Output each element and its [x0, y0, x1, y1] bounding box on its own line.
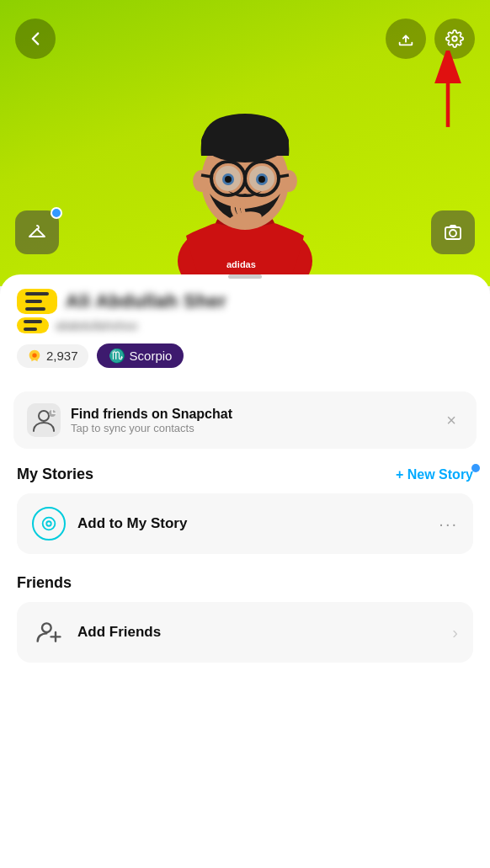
my-story-label: Add to My Story: [77, 515, 427, 532]
red-arrow-indicator: [431, 51, 465, 135]
bitmoji-avatar: adidas: [136, 42, 354, 286]
content-card: Ali Abdullah Sher aliabdullahshoo 2,937: [0, 274, 490, 868]
snap-score[interactable]: 2,937: [17, 344, 88, 368]
svg-point-26: [32, 353, 36, 357]
svg-text:adidas: adidas: [226, 259, 256, 269]
my-stories-header: My Stories + New Story: [17, 466, 473, 483]
new-story-button[interactable]: + New Story: [396, 467, 473, 482]
new-story-dot: [471, 464, 480, 472]
svg-point-9: [193, 170, 210, 192]
badge-lines: [25, 292, 49, 311]
badge-line-5: [24, 327, 37, 331]
badge-line-4: [24, 320, 42, 323]
new-story-label: + New Story: [396, 467, 473, 482]
back-button[interactable]: [15, 19, 56, 59]
drag-handle[interactable]: [228, 274, 262, 279]
username-badge: [17, 289, 57, 314]
badge-line-1: [25, 292, 49, 296]
svg-point-30: [43, 518, 56, 530]
add-friends-card[interactable]: Add Friends ›: [17, 602, 473, 663]
snap-username: aliabdullahshoo: [56, 319, 137, 333]
photo-button[interactable]: [431, 210, 475, 254]
display-name: Ali Abdullah Sher: [66, 290, 226, 312]
zodiac-label: Scorpio: [130, 349, 173, 363]
badge-lines-2: [24, 320, 42, 331]
stats-row: 2,937 ♏ Scorpio: [17, 343, 473, 368]
profile-section: Ali Abdullah Sher aliabdullahshoo 2,937: [0, 285, 490, 381]
svg-line-22: [279, 175, 289, 177]
username-row: Ali Abdullah Sher: [17, 285, 473, 314]
svg-point-32: [42, 623, 51, 632]
svg-point-1: [452, 36, 457, 41]
find-friends-icon: [27, 403, 61, 437]
find-friends-title: Find friends on Snapchat: [71, 407, 429, 422]
zodiac-badge[interactable]: ♏ Scorpio: [97, 343, 184, 368]
upload-button[interactable]: [386, 19, 426, 59]
add-friends-label: Add Friends: [77, 624, 440, 641]
zodiac-symbol: ♏: [109, 348, 125, 364]
header-area: adidas: [0, 0, 490, 286]
svg-point-31: [46, 521, 51, 526]
friends-title: Friends: [17, 574, 473, 592]
snap-username-row: aliabdullahshoo: [17, 317, 473, 333]
story-more-button[interactable]: ···: [439, 514, 458, 534]
my-stories-title: My Stories: [17, 466, 93, 483]
badge-line-3: [25, 307, 45, 311]
svg-point-10: [280, 170, 297, 192]
add-friends-icon: [32, 615, 66, 649]
notification-dot: [51, 207, 62, 219]
svg-point-20: [258, 176, 265, 183]
find-friends-subtitle: Tap to sync your contacts: [71, 422, 429, 434]
close-banner-button[interactable]: ×: [439, 407, 463, 434]
my-story-card[interactable]: Add to My Story ···: [17, 493, 473, 554]
find-friends-banner[interactable]: Find friends on Snapchat Tap to sync you…: [13, 391, 477, 449]
find-friends-text: Find friends on Snapchat Tap to sync you…: [71, 407, 429, 434]
svg-line-21: [201, 175, 211, 177]
badge-line-2: [25, 300, 42, 303]
chevron-right-icon: ›: [452, 623, 458, 642]
svg-point-19: [225, 176, 232, 183]
snap-score-value: 2,937: [46, 349, 78, 363]
username-badge-2: [17, 317, 49, 333]
my-story-icon: [32, 507, 66, 541]
outfit-button[interactable]: [15, 210, 59, 254]
my-stories-section: My Stories + New Story Add to My Story ·…: [0, 466, 490, 554]
svg-point-25: [450, 230, 456, 237]
friends-section: Friends Add Friends ›: [0, 574, 490, 663]
